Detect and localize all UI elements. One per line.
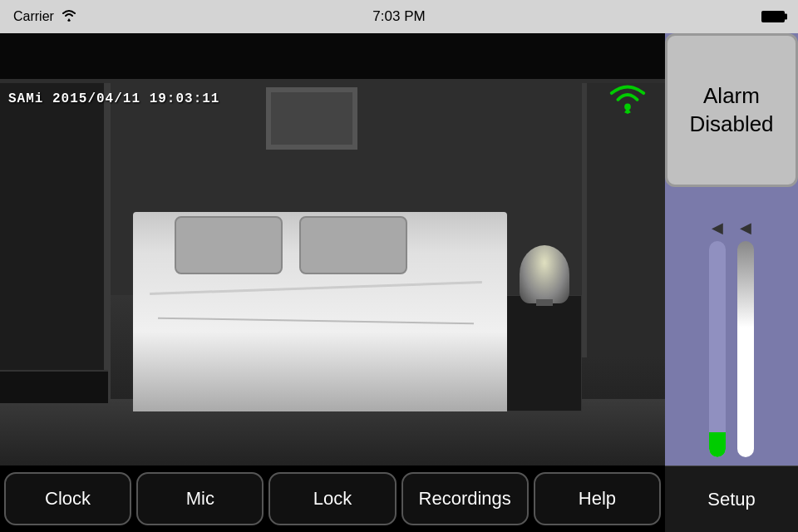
sliders-area: ◀ ◀ bbox=[665, 187, 798, 466]
right-panel: AlarmDisabled ◀ ◀ Setup bbox=[665, 33, 798, 532]
mic-button[interactable]: Mic bbox=[136, 472, 264, 525]
status-left: Carrier bbox=[13, 8, 77, 25]
wifi-icon bbox=[61, 8, 77, 25]
right-slider-wrap: ◀ bbox=[736, 195, 756, 457]
help-button[interactable]: Help bbox=[534, 472, 661, 525]
left-slider-arrow[interactable]: ◀ bbox=[707, 218, 727, 238]
bed bbox=[133, 212, 507, 411]
battery-indicator bbox=[761, 11, 785, 22]
right-slider-arrow[interactable]: ◀ bbox=[736, 218, 756, 238]
status-time: 7:03 PM bbox=[372, 8, 425, 25]
status-bar: Carrier 7:03 PM bbox=[0, 0, 798, 33]
left-slider-fill bbox=[709, 432, 726, 457]
left-slider-track[interactable] bbox=[709, 241, 726, 457]
camera-area: SAMi 2015/04/11 19:03:11 Clock bbox=[0, 33, 665, 532]
alarm-label: AlarmDisabled bbox=[689, 82, 773, 139]
clock-button[interactable]: Clock bbox=[4, 472, 131, 525]
left-slider-wrap: ◀ bbox=[707, 195, 727, 457]
battery-icon bbox=[761, 11, 785, 22]
main-content: SAMi 2015/04/11 19:03:11 Clock bbox=[0, 33, 798, 532]
right-slider-track[interactable] bbox=[737, 241, 754, 457]
lock-button[interactable]: Lock bbox=[268, 472, 396, 525]
camera-feed: SAMi 2015/04/11 19:03:11 bbox=[0, 33, 665, 466]
alarm-button[interactable]: AlarmDisabled bbox=[665, 33, 798, 187]
scene: SAMi 2015/04/11 19:03:11 bbox=[0, 33, 665, 466]
setup-button[interactable]: Setup bbox=[665, 466, 798, 532]
camera-timestamp: SAMi 2015/04/11 19:03:11 bbox=[8, 91, 219, 106]
wifi-signal-indicator bbox=[607, 75, 648, 116]
svg-point-0 bbox=[624, 104, 631, 111]
recordings-button[interactable]: Recordings bbox=[401, 472, 529, 525]
bottom-toolbar: Clock Mic Lock Recordings Help bbox=[0, 466, 665, 532]
carrier-label: Carrier bbox=[13, 9, 54, 24]
